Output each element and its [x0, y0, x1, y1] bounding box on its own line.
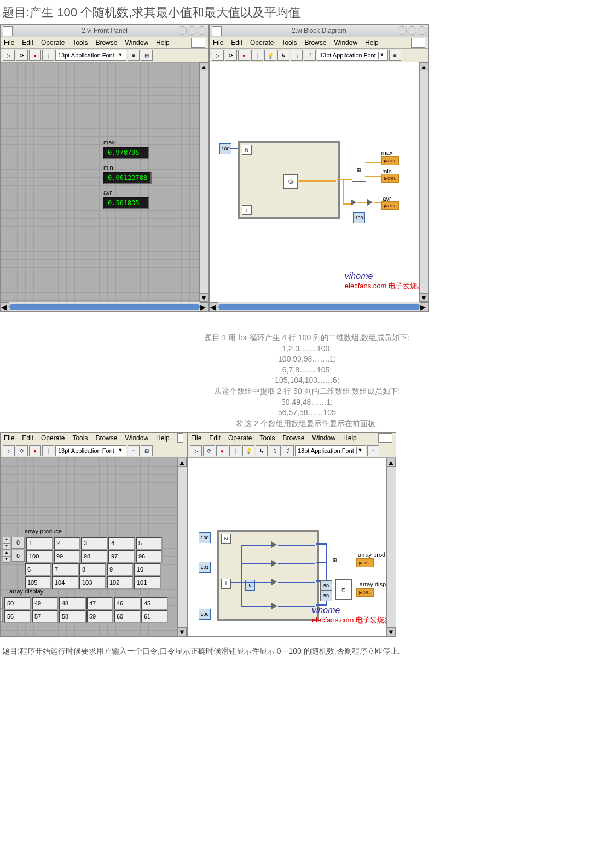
- menubar[interactable]: FileEditOperateToolsBrowseWindowHelp: [1, 433, 187, 444]
- wire: [241, 545, 242, 607]
- watermark: vihomeelecfans.com 电子发烧友: [345, 271, 424, 291]
- run-cont-button[interactable]: ⟳: [225, 50, 237, 61]
- highlight-button[interactable]: 💡: [242, 445, 254, 456]
- retain-button[interactable]: ↳: [256, 445, 268, 456]
- problem-text-2: 题目:1 用 for 循环产生 4 行 100 列的二维数组,数组成员如下:1,…: [0, 316, 614, 432]
- inc-node: [271, 541, 277, 548]
- abort-button[interactable]: ●: [29, 50, 41, 61]
- const-100-div: 100: [353, 212, 365, 223]
- down-icon[interactable]: ▼: [3, 556, 10, 563]
- close-button[interactable]: [418, 26, 426, 35]
- const-106: 106: [199, 609, 211, 620]
- run-button[interactable]: ▷: [212, 50, 224, 61]
- vscroll[interactable]: ▲▼: [199, 62, 208, 302]
- align-button[interactable]: ≡: [128, 445, 140, 456]
- toolbar: ▷⟳●∥💡↳⤵⤴13pt Application Font▼≡: [210, 49, 428, 62]
- abort-button[interactable]: ●: [216, 445, 228, 456]
- context-help-icon[interactable]: [191, 38, 205, 48]
- context-help-icon[interactable]: [411, 38, 425, 48]
- const-50a: 50: [320, 580, 332, 591]
- wire: [278, 545, 315, 546]
- run-button[interactable]: ▷: [3, 50, 15, 61]
- wire: [365, 162, 381, 163]
- run-cont-button[interactable]: ⟳: [16, 445, 28, 456]
- titlebar: 2.vi Front Panel: [1, 25, 208, 37]
- run-button[interactable]: ▷: [3, 445, 15, 456]
- min-button[interactable]: [178, 26, 187, 35]
- vscroll[interactable]: ▲▼: [386, 458, 396, 636]
- wire: [357, 202, 367, 203]
- sum-node: [351, 199, 356, 206]
- vscroll[interactable]: ▲▼: [419, 62, 428, 302]
- font-select[interactable]: 13pt Application Font▼: [55, 50, 126, 61]
- min-button[interactable]: [398, 26, 407, 35]
- toolbar: ▷⟳●∥13pt Application Font▼≡⊞: [1, 444, 187, 458]
- max-button[interactable]: [188, 26, 196, 35]
- wire: [241, 545, 271, 546]
- array-display: array display 0504948474645 056575859606…: [1, 588, 169, 623]
- loop-i-terminal: i: [221, 579, 231, 589]
- menubar[interactable]: FileEditOperateToolsBrowseWindowHelp: [210, 37, 428, 49]
- toolbar: ▷⟳●∥13pt Application Font▼≡⊞: [1, 49, 208, 62]
- max-indicator: max0.978795: [103, 139, 149, 159]
- run-cont-button[interactable]: ⟳: [203, 445, 215, 456]
- app-icon: [3, 26, 13, 36]
- context-help-icon[interactable]: [378, 433, 392, 443]
- avr-indicator: avr0.501835: [103, 189, 149, 209]
- app-icon: [212, 26, 222, 36]
- const-101: 101: [199, 562, 211, 573]
- font-select[interactable]: 13pt Application Font▼: [295, 445, 366, 456]
- up-icon[interactable]: ▲: [3, 537, 10, 543]
- run-cont-button[interactable]: ⟳: [16, 50, 28, 61]
- front-panel-2: FileEditOperateToolsBrowseWindowHelp ▷⟳●…: [0, 432, 187, 637]
- vscroll[interactable]: ▲▼: [177, 458, 187, 636]
- array-produce-terminal: ▶DBL: [356, 558, 374, 567]
- align-button[interactable]: ≡: [367, 445, 379, 456]
- pause-button[interactable]: ∥: [42, 445, 54, 456]
- context-help-icon[interactable]: [177, 433, 183, 443]
- highlight-button[interactable]: 💡: [264, 50, 276, 61]
- align-button[interactable]: ≡: [389, 50, 401, 61]
- align-button[interactable]: ≡: [128, 50, 140, 61]
- run-button[interactable]: ▷: [190, 445, 202, 456]
- const-6: 6: [245, 580, 255, 591]
- hscroll[interactable]: ◀▶: [1, 302, 208, 311]
- pause-button[interactable]: ∥: [42, 50, 54, 61]
- abort-button[interactable]: ●: [29, 445, 41, 456]
- abort-button[interactable]: ●: [238, 50, 250, 61]
- wire: [241, 563, 271, 564]
- close-button[interactable]: [198, 26, 206, 35]
- up-icon[interactable]: ▲: [3, 550, 10, 556]
- retain-button[interactable]: ↳: [277, 50, 289, 61]
- const-50b: 50: [320, 590, 332, 601]
- wire: [241, 606, 271, 607]
- block-diagram-2: FileEditOperateToolsBrowseWindowHelp ▷⟳●…: [187, 432, 396, 637]
- wire: [278, 582, 315, 583]
- step-out-button[interactable]: ⤴: [304, 50, 316, 61]
- font-select[interactable]: 13pt Application Font▼: [55, 445, 126, 456]
- wire: [230, 148, 238, 149]
- down-icon[interactable]: ▼: [3, 543, 10, 550]
- toolbar: ▷⟳●∥💡↳⤵⤴13pt Application Font▼≡: [188, 444, 396, 458]
- wire: [316, 562, 327, 563]
- pause-button[interactable]: ∥: [251, 50, 263, 61]
- step-out-button[interactable]: ⤴: [282, 445, 294, 456]
- distribute-button[interactable]: ⊞: [141, 50, 153, 61]
- wire: [337, 179, 352, 180]
- maxmin-node: ⊞: [352, 159, 366, 182]
- wire: [374, 202, 381, 203]
- step-button[interactable]: ⤵: [269, 445, 281, 456]
- menubar[interactable]: FileEditOperateToolsBrowseWindowHelp: [188, 433, 396, 444]
- step-button[interactable]: ⤵: [291, 50, 303, 61]
- loop-n-terminal: N: [221, 534, 231, 544]
- problem-title-1: 题目:产生 100 个随机数,求其最小值和最大值以及平均值: [0, 0, 614, 24]
- hscroll[interactable]: ◀▶: [210, 302, 428, 311]
- wire: [297, 180, 336, 182]
- sub-node: [271, 560, 277, 567]
- sub-node2: [271, 603, 277, 609]
- max-button[interactable]: [408, 26, 416, 35]
- pause-button[interactable]: ∥: [229, 445, 241, 456]
- distribute-button[interactable]: ⊞: [141, 445, 153, 456]
- menubar[interactable]: FileEditOperateToolsBrowseWindowHelp: [1, 37, 208, 49]
- font-select[interactable]: 13pt Application Font▼: [317, 50, 388, 61]
